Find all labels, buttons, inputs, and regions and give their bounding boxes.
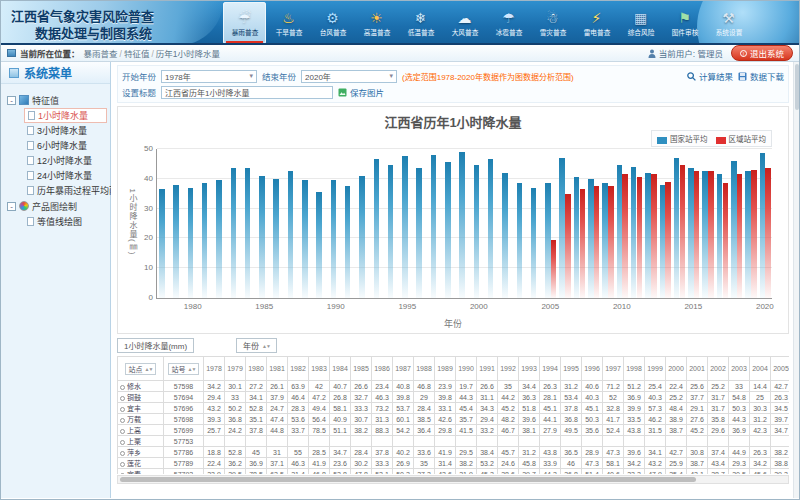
sidebar-item-3小时降水量[interactable]: 3小时降水量 — [24, 123, 107, 138]
breadcrumb-item[interactable]: 特征值 — [124, 49, 150, 59]
vertical-scrollbar-thumb[interactable] — [795, 64, 799, 110]
table-metric-box[interactable]: 1小时降水量(mm) — [117, 338, 194, 353]
col-year-1994[interactable]: 1994 — [540, 357, 561, 381]
document-icon — [27, 186, 34, 195]
col-year-2004[interactable]: 2004 — [750, 357, 771, 381]
station-name-cell[interactable]: 上栗 — [118, 436, 164, 447]
col-year-1980[interactable]: 1980 — [246, 357, 267, 381]
col-year-1996[interactable]: 1996 — [582, 357, 603, 381]
col-year-2005[interactable]: 2005 — [771, 357, 790, 381]
sidebar-group-1[interactable]: -产品图绘制 — [4, 198, 107, 214]
bar-regional — [565, 194, 571, 298]
col-year-1998[interactable]: 1998 — [624, 357, 645, 381]
horizontal-scrollbar-thumb[interactable] — [120, 477, 696, 482]
col-year-1981[interactable]: 1981 — [267, 357, 288, 381]
sidebar-item-历年暴雨过程平均雨量[interactable]: 历年暴雨过程平均雨量 — [24, 183, 107, 198]
radio-icon[interactable] — [120, 440, 125, 445]
logout-button[interactable]: | 退出系统 — [731, 45, 793, 61]
nav-item-typhoon[interactable]: ⚙台风普查 — [311, 2, 354, 44]
col-year-1979[interactable]: 1979 — [225, 357, 246, 381]
sidebar-group-0[interactable]: -特征值 — [4, 92, 107, 108]
value-cell: 27.6 — [687, 414, 708, 425]
radio-icon[interactable] — [120, 385, 125, 390]
radio-icon[interactable] — [120, 407, 125, 412]
station-name-cell[interactable]: 修水 — [118, 381, 164, 392]
col-year-1997[interactable]: 1997 — [603, 357, 624, 381]
station-name-cell[interactable]: 宜春 — [118, 469, 164, 475]
col-year-1995[interactable]: 1995 — [561, 357, 582, 381]
horizontal-scrollbar[interactable] — [117, 475, 789, 484]
radio-icon[interactable] — [120, 396, 125, 401]
nav-item-rainstorm[interactable]: ☔暴雨普查 — [223, 2, 266, 44]
legend-swatch — [716, 137, 726, 144]
nav-item-lightning[interactable]: ⚡雷电普查 — [575, 2, 618, 44]
col-year-1992[interactable]: 1992 — [498, 357, 519, 381]
legend-item: 区域站平均 — [716, 133, 767, 144]
nav-item-drought[interactable]: ♨干旱普查 — [267, 2, 310, 44]
breadcrumb-item[interactable]: 暴雨普查 — [84, 49, 118, 59]
nav-item-risk-calc[interactable]: ▦综合风险 — [619, 2, 662, 44]
year-sort-box[interactable]: 年份 ▲▼ — [236, 338, 277, 353]
col-year-1991[interactable]: 1991 — [477, 357, 498, 381]
save-image-button[interactable]: 保存图片 — [338, 86, 384, 98]
nav-item-low-temp[interactable]: ❄低温普查 — [399, 2, 442, 44]
collapse-icon[interactable]: - — [7, 202, 16, 211]
col-year-1982[interactable]: 1982 — [288, 357, 309, 381]
col-year-2003[interactable]: 2003 — [729, 357, 750, 381]
col-year-1984[interactable]: 1984 — [330, 357, 351, 381]
col-year-1990[interactable]: 1990 — [456, 357, 477, 381]
col-year-2001[interactable]: 2001 — [687, 357, 708, 381]
nav-item-settings[interactable]: ⚒系统设置 — [707, 2, 750, 44]
sidebar-item-1小时降水量[interactable]: 1小时降水量 — [24, 108, 107, 123]
radio-icon[interactable] — [120, 418, 125, 423]
col-station-id[interactable]: 站号▲▼ — [164, 357, 204, 381]
station-name-cell[interactable]: 莲花 — [118, 458, 164, 469]
sidebar-item-24小时降水量[interactable]: 24小时降水量 — [24, 168, 107, 183]
sidebar-item-12小时降水量[interactable]: 12小时降水量 — [24, 153, 107, 168]
station-name-cell[interactable]: 上高 — [118, 425, 164, 436]
station-name-cell[interactable]: 万载 — [118, 414, 164, 425]
col-year-1993[interactable]: 1993 — [519, 357, 540, 381]
value-cell: 33 — [225, 392, 246, 403]
chart-title-input[interactable]: 江西省历年1小时降水量 — [161, 86, 333, 99]
station-name-cell[interactable]: 萍乡 — [118, 447, 164, 458]
calculate-button[interactable]: 计算结果 — [687, 70, 733, 82]
radio-icon[interactable] — [120, 429, 125, 434]
nav-item-hail[interactable]: ☂冰雹普查 — [487, 2, 530, 44]
radio-icon[interactable] — [120, 473, 125, 474]
breadcrumb-item[interactable]: 历年1小时降水量 — [156, 49, 220, 59]
end-year-select[interactable]: 2020年 ▾ — [301, 70, 397, 83]
download-button[interactable]: 数据下载 — [738, 70, 784, 82]
col-year-1978[interactable]: 1978 — [204, 357, 225, 381]
col-year-1987[interactable]: 1987 — [393, 357, 414, 381]
col-year-1989[interactable]: 1989 — [435, 357, 456, 381]
radio-icon[interactable] — [120, 462, 125, 467]
collapse-icon[interactable]: - — [7, 96, 16, 105]
sidebar-item-等值线绘图[interactable]: 等值线绘图 — [24, 214, 107, 229]
vertical-scrollbar[interactable] — [793, 62, 799, 498]
col-year-2000[interactable]: 2000 — [666, 357, 687, 381]
radio-icon[interactable] — [120, 451, 125, 456]
nav-item-snow[interactable]: ☃雪灾普查 — [531, 2, 574, 44]
nav-item-high-temp[interactable]: ☀高温普查 — [355, 2, 398, 44]
lightning-icon: ⚡ — [592, 10, 602, 26]
station-name-cell[interactable]: 铜鼓 — [118, 392, 164, 403]
col-year-1983[interactable]: 1983 — [309, 357, 330, 381]
col-station-sort[interactable]: 站点▲▼ — [125, 363, 157, 375]
nav-item-wind[interactable]: ☁大风普查 — [443, 2, 486, 44]
start-year-select[interactable]: 1978年 ▾ — [161, 70, 257, 83]
station-id-cell: 57786 — [164, 447, 204, 458]
col-year-1999[interactable]: 1999 — [645, 357, 666, 381]
sidebar-item-6小时降水量[interactable]: 6小时降水量 — [24, 138, 107, 153]
value-cell: 33.7 — [288, 425, 309, 436]
col-year-2002[interactable]: 2002 — [708, 357, 729, 381]
nav-item-map-review[interactable]: ⚑图件审核 — [663, 2, 706, 44]
value-cell: 33.9 — [540, 458, 561, 469]
col-year-1985[interactable]: 1985 — [351, 357, 372, 381]
value-cell: 73.2 — [372, 403, 393, 414]
col-station[interactable]: 站点▲▼ — [118, 357, 164, 381]
col-year-1988[interactable]: 1988 — [414, 357, 435, 381]
col-station-id-sort[interactable]: 站号▲▼ — [168, 363, 200, 375]
station-name-cell[interactable]: 宜丰 — [118, 403, 164, 414]
col-year-1986[interactable]: 1986 — [372, 357, 393, 381]
